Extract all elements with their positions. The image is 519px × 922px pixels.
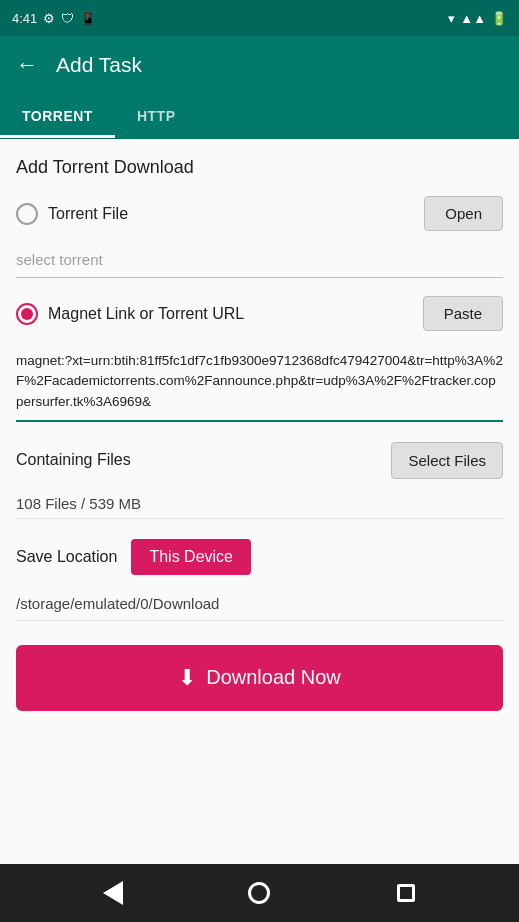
torrent-file-radio[interactable] (16, 203, 38, 225)
toolbar-title: Add Task (56, 53, 142, 77)
settings-icon: ⚙ (43, 11, 55, 26)
status-left: 4:41 ⚙ 🛡 📱 (12, 11, 96, 26)
magnet-link-row: Magnet Link or Torrent URL Paste (16, 296, 503, 331)
download-now-button[interactable]: ⬇ Download Now (16, 645, 503, 711)
nav-home-button[interactable] (241, 875, 277, 911)
select-files-button[interactable]: Select Files (391, 442, 503, 479)
status-right: ▾ ▲▲ 🔋 (448, 11, 507, 26)
main-content: Add Torrent Download Torrent File Open s… (0, 139, 519, 864)
status-bar: 4:41 ⚙ 🛡 📱 ▾ ▲▲ 🔋 (0, 0, 519, 36)
shield-icon: 🛡 (61, 11, 74, 26)
paste-button[interactable]: Paste (423, 296, 503, 331)
magnet-link-radio[interactable] (16, 303, 38, 325)
magnet-link-label: Magnet Link or Torrent URL (48, 305, 244, 323)
back-nav-icon (103, 881, 123, 905)
radio-inner-dot (21, 308, 33, 320)
download-icon: ⬇ (178, 665, 196, 691)
nav-back-button[interactable] (95, 875, 131, 911)
open-button[interactable]: Open (424, 196, 503, 231)
containing-files-row: Containing Files Select Files (16, 442, 503, 479)
time: 4:41 (12, 11, 37, 26)
tabs: TORRENT HTTP (0, 94, 519, 139)
tab-torrent[interactable]: TORRENT (0, 94, 115, 138)
magnet-link-option[interactable]: Magnet Link or Torrent URL (16, 303, 244, 325)
bottom-nav (0, 864, 519, 922)
nav-recent-button[interactable] (388, 875, 424, 911)
battery-icon: 🔋 (491, 11, 507, 26)
torrent-file-option[interactable]: Torrent File (16, 203, 128, 225)
this-device-button[interactable]: This Device (131, 539, 251, 575)
select-torrent-placeholder: select torrent (16, 251, 103, 268)
torrent-file-label: Torrent File (48, 205, 128, 223)
wifi-icon: ▾ (448, 11, 455, 26)
toolbar: ← Add Task (0, 36, 519, 94)
tab-http[interactable]: HTTP (115, 94, 198, 138)
back-button[interactable]: ← (16, 52, 38, 78)
download-now-label: Download Now (206, 666, 341, 689)
containing-files-label: Containing Files (16, 451, 131, 469)
home-nav-icon (248, 882, 270, 904)
signal-icon: ▲▲ (460, 11, 486, 26)
save-location-label: Save Location (16, 548, 117, 566)
storage-path: /storage/emulated/0/Download (16, 587, 503, 621)
select-torrent-input[interactable]: select torrent (16, 243, 503, 278)
torrent-file-row: Torrent File Open (16, 196, 503, 231)
section-title: Add Torrent Download (16, 157, 503, 178)
magnet-url-display[interactable]: magnet:?xt=urn:btih:81ff5fc1df7c1fb9300e… (16, 343, 503, 422)
recent-nav-icon (397, 884, 415, 902)
sim-icon: 📱 (80, 11, 96, 26)
save-location-row: Save Location This Device (16, 539, 503, 575)
files-count: 108 Files / 539 MB (16, 489, 503, 519)
